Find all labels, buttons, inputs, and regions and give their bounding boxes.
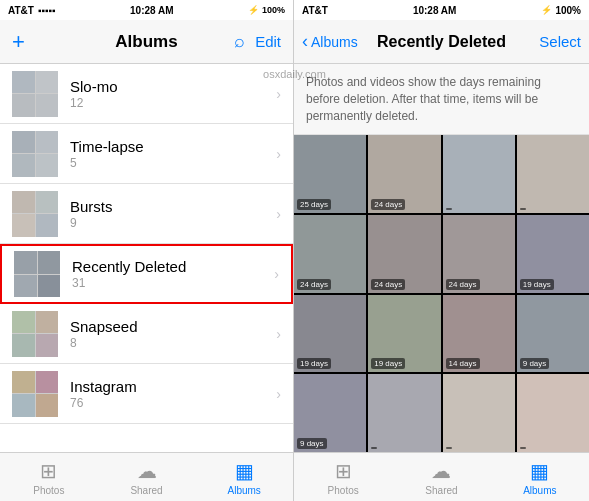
days-badge-13: 9 days bbox=[297, 438, 327, 449]
album-count-slomo: 12 bbox=[70, 96, 276, 110]
photo-cell-14[interactable] bbox=[368, 374, 440, 452]
albums-tab-icon-right: ▦ bbox=[530, 459, 549, 483]
album-info-slomo: Slo-mo 12 bbox=[58, 78, 276, 110]
right-status-right: ⚡ 100% bbox=[541, 5, 581, 16]
photo-cell-11[interactable]: 14 days bbox=[443, 295, 515, 373]
select-button[interactable]: Select bbox=[539, 33, 581, 50]
album-name-bursts: Bursts bbox=[70, 198, 276, 215]
album-item-timelapse[interactable]: Time-lapse 5 › bbox=[0, 124, 293, 184]
photo-cell-9[interactable]: 19 days bbox=[294, 295, 366, 373]
days-badge-10: 19 days bbox=[371, 358, 405, 369]
right-status-bar: AT&T 10:28 AM ⚡ 100% bbox=[294, 0, 589, 20]
album-thumb-recently-deleted bbox=[14, 251, 60, 297]
chevron-icon: › bbox=[276, 146, 281, 162]
album-info-instagram: Instagram 76 bbox=[58, 378, 276, 410]
days-badge-11: 14 days bbox=[446, 358, 480, 369]
album-thumb-slomo bbox=[12, 71, 58, 117]
shared-tab-icon-right: ☁ bbox=[431, 459, 451, 483]
album-count-snapseed: 8 bbox=[70, 336, 276, 350]
days-badge-3 bbox=[446, 208, 452, 210]
albums-tab-icon: ▦ bbox=[235, 459, 254, 483]
tab-albums-left[interactable]: ▦ Albums bbox=[195, 459, 293, 496]
days-badge-2: 24 days bbox=[371, 199, 405, 210]
album-thumb-snapseed bbox=[12, 311, 58, 357]
tab-albums-label-left: Albums bbox=[228, 485, 261, 496]
right-tab-bar: ⊞ Photos ☁ Shared ▦ Albums bbox=[294, 452, 589, 501]
days-badge-5: 24 days bbox=[297, 279, 331, 290]
photo-cell-4[interactable] bbox=[517, 135, 589, 213]
tab-photos-label-left: Photos bbox=[33, 485, 64, 496]
album-info-snapseed: Snapseed 8 bbox=[58, 318, 276, 350]
battery-text: 100% bbox=[262, 5, 285, 15]
album-item-bursts[interactable]: Bursts 9 › bbox=[0, 184, 293, 244]
tab-photos-label-right: Photos bbox=[328, 485, 359, 496]
tab-albums-label-right: Albums bbox=[523, 485, 556, 496]
album-item-recently-deleted[interactable]: Recently Deleted 31 › bbox=[0, 244, 293, 304]
album-info-recently-deleted: Recently Deleted 31 bbox=[60, 258, 274, 290]
tab-albums-right[interactable]: ▦ Albums bbox=[491, 459, 589, 496]
album-name-snapseed: Snapseed bbox=[70, 318, 276, 335]
photo-cell-16[interactable] bbox=[517, 374, 589, 452]
photo-cell-12[interactable]: 9 days bbox=[517, 295, 589, 373]
right-bluetooth-icon: ⚡ bbox=[541, 5, 552, 15]
back-chevron-icon: ‹ bbox=[302, 31, 308, 52]
photo-cell-13[interactable]: 9 days bbox=[294, 374, 366, 452]
album-item-snapseed[interactable]: Snapseed 8 › bbox=[0, 304, 293, 364]
edit-button[interactable]: Edit bbox=[255, 33, 281, 50]
photo-cell-5[interactable]: 24 days bbox=[294, 215, 366, 293]
album-count-instagram: 76 bbox=[70, 396, 276, 410]
days-badge-1: 25 days bbox=[297, 199, 331, 210]
photos-tab-icon-right: ⊞ bbox=[335, 459, 352, 483]
days-badge-16 bbox=[520, 447, 526, 449]
photo-cell-8[interactable]: 19 days bbox=[517, 215, 589, 293]
album-item-slomo[interactable]: Slo-mo 12 › bbox=[0, 64, 293, 124]
photo-cell-15[interactable] bbox=[443, 374, 515, 452]
tab-shared-left[interactable]: ☁ Shared bbox=[98, 459, 196, 496]
back-button[interactable]: ‹ Albums bbox=[302, 31, 358, 52]
album-item-instagram[interactable]: Instagram 76 › bbox=[0, 364, 293, 424]
chevron-icon: › bbox=[276, 386, 281, 402]
left-status-bar: AT&T ▪▪▪▪▪ 10:28 AM ⚡ 100% bbox=[0, 0, 293, 20]
search-icon[interactable]: ⌕ bbox=[234, 31, 245, 52]
left-status-carrier: AT&T ▪▪▪▪▪ bbox=[8, 5, 56, 16]
photo-cell-10[interactable]: 19 days bbox=[368, 295, 440, 373]
album-list: Slo-mo 12 › Time-lapse 5 › bbox=[0, 64, 293, 452]
photo-cell-2[interactable]: 24 days bbox=[368, 135, 440, 213]
tab-photos-left[interactable]: ⊞ Photos bbox=[0, 459, 98, 496]
album-thumb-timelapse bbox=[12, 131, 58, 177]
photo-cell-6[interactable]: 24 days bbox=[368, 215, 440, 293]
photo-cell-7[interactable]: 24 days bbox=[443, 215, 515, 293]
right-carrier: AT&T bbox=[302, 5, 328, 16]
album-name-recently-deleted: Recently Deleted bbox=[72, 258, 274, 275]
album-info-bursts: Bursts 9 bbox=[58, 198, 276, 230]
tab-photos-right[interactable]: ⊞ Photos bbox=[294, 459, 392, 496]
right-panel: AT&T 10:28 AM ⚡ 100% ‹ Albums Recently D… bbox=[294, 0, 589, 501]
chevron-icon: › bbox=[276, 206, 281, 222]
chevron-icon: › bbox=[276, 326, 281, 342]
left-status-right: ⚡ 100% bbox=[248, 5, 285, 15]
album-info-timelapse: Time-lapse 5 bbox=[58, 138, 276, 170]
photo-cell-1[interactable]: 25 days bbox=[294, 135, 366, 213]
tab-shared-label-right: Shared bbox=[425, 485, 457, 496]
shared-tab-icon: ☁ bbox=[137, 459, 157, 483]
photos-tab-icon: ⊞ bbox=[40, 459, 57, 483]
days-badge-6: 24 days bbox=[371, 279, 405, 290]
add-album-button[interactable]: + bbox=[12, 31, 25, 53]
tab-shared-right[interactable]: ☁ Shared bbox=[392, 459, 490, 496]
days-badge-14 bbox=[371, 447, 377, 449]
photo-cell-3[interactable] bbox=[443, 135, 515, 213]
right-nav-bar: ‹ Albums Recently Deleted Select bbox=[294, 20, 589, 64]
left-nav-title: Albums bbox=[115, 32, 177, 52]
photo-grid: 25 days 24 days 24 days 24 days 24 days … bbox=[294, 135, 589, 452]
album-name-instagram: Instagram bbox=[70, 378, 276, 395]
album-thumb-instagram bbox=[12, 371, 58, 417]
album-thumb-bursts bbox=[12, 191, 58, 237]
days-badge-8: 19 days bbox=[520, 279, 554, 290]
days-badge-7: 24 days bbox=[446, 279, 480, 290]
left-nav-bar: + Albums ⌕ Edit bbox=[0, 20, 293, 64]
album-count-recently-deleted: 31 bbox=[72, 276, 274, 290]
left-panel: AT&T ▪▪▪▪▪ 10:28 AM ⚡ 100% + Albums ⌕ Ed… bbox=[0, 0, 294, 501]
left-time: 10:28 AM bbox=[130, 5, 174, 16]
right-battery: 100% bbox=[555, 5, 581, 16]
right-time: 10:28 AM bbox=[413, 5, 457, 16]
